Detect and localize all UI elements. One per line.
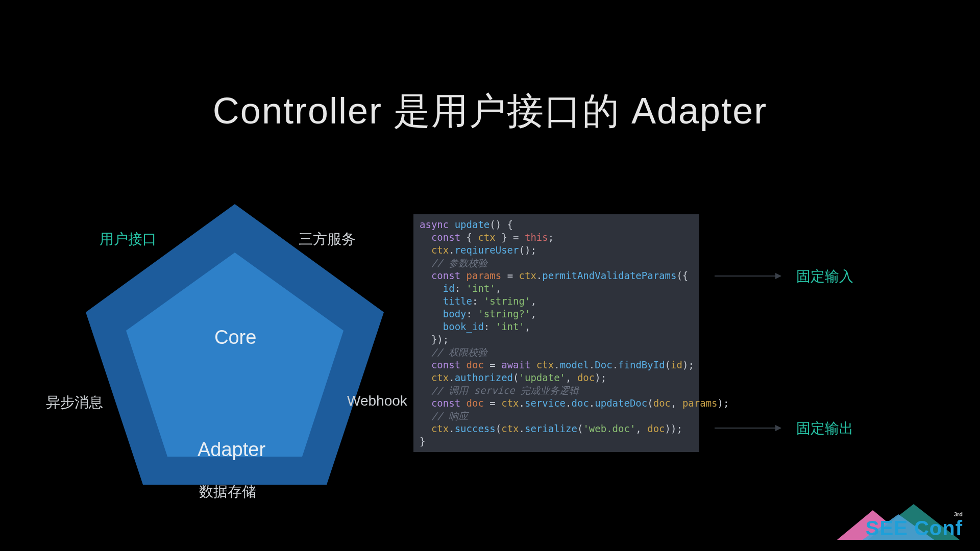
code-line: ctx.authorized('update', doc);	[413, 371, 699, 384]
code-line: id: 'int',	[413, 282, 699, 295]
code-line: // 响应	[413, 410, 699, 422]
code-line: body: 'string?',	[413, 308, 699, 320]
code-line: title: 'string',	[413, 295, 699, 308]
code-block: async update() { const { ctx } = this; c…	[413, 214, 699, 452]
pentagon-label-top-left: 用户接口	[100, 230, 157, 249]
code-line: // 调用 service 完成业务逻辑	[413, 384, 699, 397]
pentagon-label-mid-right: Webhook	[347, 393, 407, 409]
pentagon-core-label: Core	[214, 327, 256, 348]
pentagon-label-mid-left: 异步消息	[46, 393, 103, 412]
annotation-output: 固定输出	[796, 419, 853, 438]
code-line: book_id: 'int',	[413, 320, 699, 333]
code-line: const doc = ctx.service.doc.updateDoc(do…	[413, 397, 699, 410]
pentagon-diagram: Core Adapter 用户接口 三方服务 异步消息 Webhook 数据存储	[71, 199, 398, 515]
pentagon-adapter-label: Adapter	[198, 439, 265, 461]
code-line: // 权限校验	[413, 346, 699, 359]
pentagon-label-bottom: 数据存储	[199, 482, 256, 502]
code-line: // 参数校验	[413, 257, 699, 269]
code-line: });	[413, 333, 699, 346]
brand-text: SEE Conf	[866, 517, 963, 540]
brand-logo: 3rd SEE Conf	[832, 500, 965, 541]
slide-title: Controller 是用户接口的 Adapter	[0, 87, 980, 136]
code-line: ctx.reqiureUser();	[413, 244, 699, 257]
code-line: ctx.success(ctx.serialize('web.doc', doc…	[413, 422, 699, 435]
code-line: const { ctx } = this;	[413, 231, 699, 244]
code-line: const doc = await ctx.model.Doc.findById…	[413, 359, 699, 371]
code-line: async update() {	[413, 218, 699, 231]
pentagon-label-top-right: 三方服务	[299, 230, 356, 249]
annotation-input: 固定输入	[796, 267, 853, 286]
arrow-input	[715, 276, 781, 277]
code-line: const params = ctx.permitAndValidatePara…	[413, 269, 699, 282]
slide: Controller 是用户接口的 Adapter Core Adapter 用…	[0, 0, 980, 551]
code-line: }	[413, 435, 699, 448]
arrow-output	[715, 428, 781, 429]
